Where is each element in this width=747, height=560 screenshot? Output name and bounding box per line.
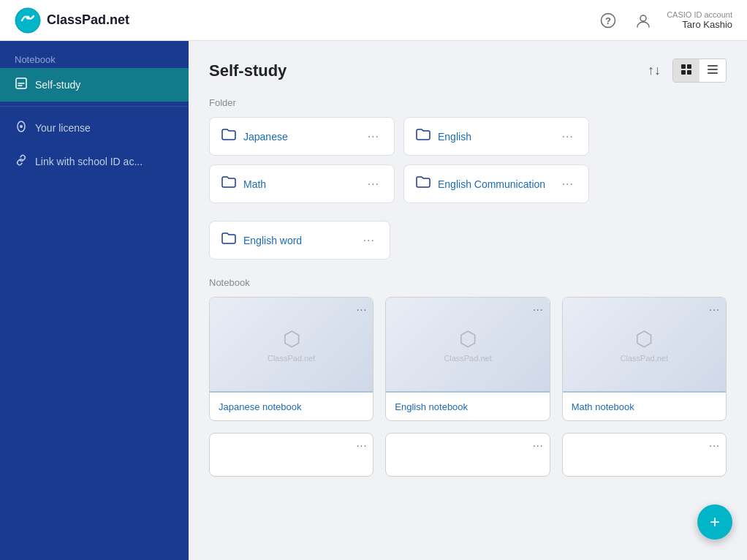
svg-rect-8 (681, 64, 686, 69)
notebook-preview-english: ⬡ ClassPad.net ··· (386, 298, 549, 393)
svg-rect-13 (708, 69, 718, 70)
app-title: ClassPad.net (47, 12, 129, 28)
app-header: ClassPad.net ? CASIO ID account Taro Kas… (0, 0, 747, 41)
view-toggle (672, 58, 727, 83)
folder-card-japanese[interactable]: Japanese ··· (209, 117, 395, 156)
folder-card-math[interactable]: Math ··· (209, 164, 395, 203)
svg-rect-10 (681, 70, 686, 75)
watermark: ClassPad.net (268, 354, 315, 363)
notebook-card-japanese[interactable]: ⬡ ClassPad.net ··· Japanese notebook (209, 297, 374, 421)
notebook-preview-math: ⬡ ClassPad.net ··· (563, 298, 726, 393)
notebook-grid: ⬡ ClassPad.net ··· Japanese notebook ⬡ C… (209, 297, 727, 421)
page-title: Self-study (209, 61, 287, 80)
help-button[interactable]: ? (596, 9, 620, 32)
svg-point-4 (640, 15, 646, 21)
sidebar-self-study-label: Self-study (35, 79, 80, 91)
notebook-card-english[interactable]: ⬡ ClassPad.net ··· English notebook (385, 297, 550, 421)
folder-name-english-word: English word (243, 235, 302, 246)
folder-more-japanese[interactable]: ··· (365, 129, 382, 145)
notebook-more-japanese[interactable]: ··· (357, 303, 368, 315)
license-icon (15, 120, 28, 136)
account-label: CASIO ID account (667, 10, 732, 19)
folder-name-english-comm: English Communication (438, 178, 545, 190)
folder-name-english: English (438, 131, 471, 143)
page-title-bar: Self-study ↑↓ (209, 58, 727, 83)
notebook-name-math: Math notebook (572, 401, 634, 412)
sidebar-item-self-study[interactable]: Self-study (0, 68, 189, 102)
account-info: CASIO ID account Taro Kashio (667, 10, 732, 30)
notebook-more-partial-2[interactable]: ··· (533, 439, 544, 451)
folder-icon (416, 175, 431, 192)
link-icon (15, 154, 28, 170)
folder-more-english-word[interactable]: ··· (360, 232, 378, 249)
self-study-icon (15, 77, 28, 93)
folder-more-math[interactable]: ··· (365, 176, 382, 192)
svg-rect-11 (687, 70, 691, 75)
view-controls: ↑↓ (642, 58, 727, 83)
folder-card-english-communication[interactable]: English Communication ··· (403, 164, 589, 203)
folder-more-english-comm[interactable]: ··· (559, 176, 577, 192)
sidebar-notebook-label: Notebook (0, 47, 189, 68)
sidebar-license-label: Your license (35, 122, 91, 134)
folder-icon (416, 128, 431, 145)
sidebar-item-your-license[interactable]: Your license (0, 111, 189, 145)
svg-rect-12 (708, 65, 718, 67)
main-layout: Notebook Self-study Your license (0, 41, 747, 560)
notebook-card-math[interactable]: ⬡ ClassPad.net ··· Math notebook (562, 297, 727, 421)
sidebar: Notebook Self-study Your license (0, 41, 189, 560)
folder-left: Japanese (221, 128, 288, 145)
notebook-name-japanese: Japanese notebook (219, 401, 301, 412)
folder-icon (221, 128, 236, 145)
account-name: Taro Kashio (667, 19, 732, 30)
watermark: ClassPad.net (621, 354, 668, 363)
watermark: ClassPad.net (444, 354, 491, 363)
svg-rect-14 (708, 72, 718, 74)
folder-name-math: Math (243, 178, 266, 190)
svg-text:?: ? (605, 15, 611, 26)
notebook-card-partial-3[interactable]: ··· (562, 433, 727, 477)
logo-area: ClassPad.net (15, 7, 596, 34)
svg-point-0 (15, 8, 40, 33)
folder-icon (221, 232, 236, 249)
notebook-preview-japanese: ⬡ ClassPad.net ··· (210, 298, 373, 393)
folder-grid: Japanese ··· English ··· (209, 117, 589, 203)
classpad-logo-icon: ⬡ (459, 327, 477, 351)
logo-icon (15, 7, 41, 34)
sort-button[interactable]: ↑↓ (642, 60, 667, 81)
notebook-card-partial-1[interactable]: ··· (209, 433, 374, 477)
grid-view-button[interactable] (673, 59, 699, 82)
notebook-name-english: English notebook (395, 401, 468, 412)
header-right: ? CASIO ID account Taro Kashio (596, 9, 732, 32)
svg-rect-9 (687, 64, 691, 69)
folder-section-label: Folder (209, 97, 727, 108)
folder-icon (221, 175, 236, 192)
folder-name-japanese: Japanese (243, 131, 288, 143)
classpad-logo-icon: ⬡ (635, 327, 653, 351)
sidebar-link-label: Link with school ID ac... (35, 156, 143, 167)
notebook-card-partial-2[interactable]: ··· (385, 433, 550, 477)
notebook-section-label: Notebook (209, 277, 727, 288)
classpad-logo-icon: ⬡ (283, 327, 300, 351)
notebook-more-partial-1[interactable]: ··· (357, 439, 368, 451)
folder-card-english-word[interactable]: English word ··· (209, 221, 390, 260)
list-view-button[interactable] (699, 59, 726, 82)
notebook-more-partial-3[interactable]: ··· (709, 439, 720, 451)
sidebar-item-link-school[interactable]: Link with school ID ac... (0, 145, 189, 178)
folder-card-english[interactable]: English ··· (403, 117, 589, 156)
svg-point-7 (20, 125, 23, 128)
content-area: Self-study ↑↓ (189, 41, 747, 560)
notebook-more-english[interactable]: ··· (533, 303, 544, 315)
account-icon-button[interactable] (632, 9, 655, 32)
notebook-row-partial: ··· ··· ··· (209, 433, 727, 477)
notebook-more-math[interactable]: ··· (709, 303, 720, 315)
add-button[interactable]: + (697, 504, 732, 540)
svg-point-1 (26, 15, 30, 19)
folder-more-english[interactable]: ··· (559, 129, 577, 145)
